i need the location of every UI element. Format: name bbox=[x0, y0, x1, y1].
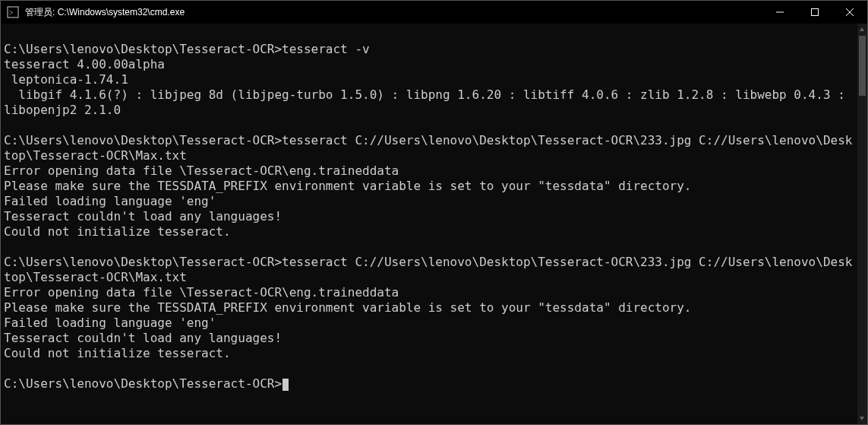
svg-text:>: > bbox=[9, 8, 14, 17]
blank-line bbox=[4, 27, 857, 42]
output-line: leptonica-1.74.1 bbox=[4, 72, 857, 87]
svg-marker-7 bbox=[860, 417, 864, 420]
scroll-up-button[interactable] bbox=[857, 24, 867, 36]
output-line: Could not initialize tesseract. bbox=[4, 346, 857, 361]
prompt-line: C:\Users\lenovo\Desktop\Tesseract-OCR>te… bbox=[4, 133, 857, 163]
terminal-output[interactable]: C:\Users\lenovo\Desktop\Tesseract-OCR>te… bbox=[1, 24, 857, 424]
maximize-button[interactable] bbox=[797, 1, 832, 24]
prompt-line: C:\Users\lenovo\Desktop\Tesseract-OCR>te… bbox=[4, 255, 857, 285]
text-cursor bbox=[282, 379, 289, 391]
window-title: 管理员: C:\Windows\system32\cmd.exe bbox=[25, 6, 185, 19]
scroll-track[interactable] bbox=[857, 36, 867, 412]
blank-line bbox=[4, 239, 857, 255]
output-line: Failed loading language 'eng' bbox=[4, 194, 857, 209]
output-line: Error opening data file \Tesseract-OCR\e… bbox=[4, 163, 857, 179]
output-line: Please make sure the TESSDATA_PREFIX env… bbox=[4, 300, 857, 316]
output-line: Please make sure the TESSDATA_PREFIX env… bbox=[4, 179, 857, 194]
scroll-thumb[interactable] bbox=[859, 36, 866, 96]
scroll-down-button[interactable] bbox=[857, 412, 867, 424]
output-line: Could not initialize tesseract. bbox=[4, 224, 857, 239]
blank-line bbox=[4, 118, 857, 133]
minimize-button[interactable] bbox=[762, 1, 797, 24]
output-line: libgif 4.1.6(?) : libjpeg 8d (libjpeg-tu… bbox=[4, 87, 857, 118]
titlebar[interactable]: > 管理员: C:\Windows\system32\cmd.exe bbox=[1, 1, 867, 24]
prompt-line[interactable]: C:\Users\lenovo\Desktop\Tesseract-OCR> bbox=[4, 376, 857, 392]
output-line: Tesseract couldn't load any languages! bbox=[4, 331, 857, 346]
cmd-icon: > bbox=[7, 6, 19, 18]
blank-line bbox=[4, 361, 857, 376]
client-area: C:\Users\lenovo\Desktop\Tesseract-OCR>te… bbox=[1, 24, 867, 424]
output-line: Failed loading language 'eng' bbox=[4, 316, 857, 331]
output-line: tesseract 4.00.00alpha bbox=[4, 57, 857, 72]
output-line: Error opening data file \Tesseract-OCR\e… bbox=[4, 285, 857, 300]
svg-marker-6 bbox=[860, 27, 864, 31]
svg-rect-3 bbox=[812, 9, 819, 16]
vertical-scrollbar[interactable] bbox=[857, 24, 867, 424]
prompt-line: C:\Users\lenovo\Desktop\Tesseract-OCR>te… bbox=[4, 42, 857, 57]
cmd-window: > 管理员: C:\Windows\system32\cmd.exe C:\Us… bbox=[0, 0, 868, 425]
output-line: Tesseract couldn't load any languages! bbox=[4, 209, 857, 224]
close-button[interactable] bbox=[832, 1, 867, 24]
